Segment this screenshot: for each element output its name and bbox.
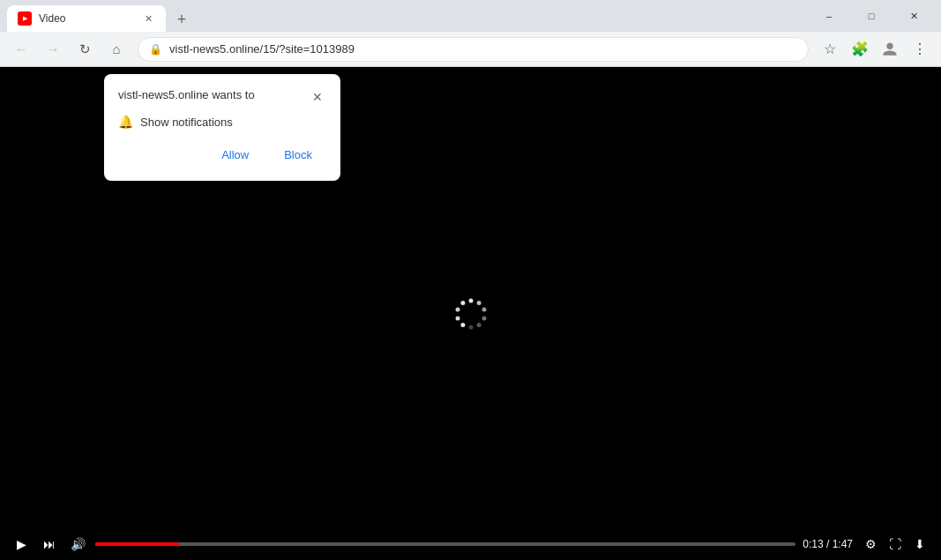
bell-icon: 🔔 [118,115,133,129]
tab-close-button[interactable]: ✕ [141,11,155,26]
block-button[interactable]: Block [270,143,326,167]
right-controls: ⚙ ⛶ ⬇ [860,534,930,555]
lock-icon: 🔒 [149,43,162,56]
tab-title: Video [39,12,134,25]
permission-text: Show notifications [140,116,233,129]
svg-point-5 [468,325,473,329]
progress-bar[interactable] [95,542,795,546]
toolbar: ← → ↻ ⌂ 🔒 vistl-news5.online/15/?site=10… [0,32,941,67]
menu-button[interactable]: ⋮ [906,35,934,63]
svg-point-2 [482,307,486,311]
download-button[interactable]: ⬇ [909,534,930,555]
new-tab-button[interactable]: + [169,7,194,32]
svg-point-7 [455,316,459,320]
close-button[interactable]: ✕ [893,2,934,30]
toolbar-actions: ☆ 🧩 ⋮ [816,35,934,63]
active-tab[interactable]: Video ✕ [7,5,166,32]
svg-point-4 [476,322,481,326]
profile-button[interactable] [876,35,904,63]
popup-permission-row: 🔔 Show notifications [118,115,326,129]
svg-point-9 [460,301,465,305]
popup-actions: Allow Block [118,143,326,167]
forward-button[interactable]: → [39,35,67,63]
maximize-button[interactable]: □ [851,2,892,30]
home-button[interactable]: ⌂ [102,35,131,63]
tab-favicon [18,11,32,26]
notification-popup: vistl-news5.online wants to ✕ 🔔 Show not… [104,74,340,181]
back-button[interactable]: ← [7,35,35,63]
progress-fill [95,542,179,546]
svg-point-1 [476,301,481,305]
svg-point-8 [455,307,459,311]
bookmark-button[interactable]: ☆ [816,35,844,63]
window-controls: – □ ✕ [809,2,934,30]
popup-header: vistl-news5.online wants to ✕ [118,88,326,106]
volume-button[interactable]: 🔊 [67,534,88,555]
url-display: vistl-news5.online/15/?site=1013989 [169,42,355,56]
svg-point-3 [482,316,486,320]
address-bar[interactable]: 🔒 vistl-news5.online/15/?site=1013989 [138,37,809,62]
loading-spinner [453,296,489,332]
video-controls: ▶ ⏭ 🔊 0:13 / 1:47 ⚙ ⛶ ⬇ [0,528,941,560]
skip-button[interactable]: ⏭ [39,534,60,555]
browser-window: Video ✕ + – □ ✕ ← → ↻ ⌂ 🔒 vistl-news5.on… [0,0,941,560]
extensions-button[interactable]: 🧩 [846,35,874,63]
settings-button[interactable]: ⚙ [860,534,881,555]
content-area: vistl-news5.online wants to ✕ 🔔 Show not… [0,67,941,560]
time-display: 0:13 / 1:47 [803,538,853,550]
title-bar: Video ✕ + – □ ✕ [0,0,941,32]
svg-point-6 [460,322,465,326]
play-button[interactable]: ▶ [11,534,32,555]
popup-close-button[interactable]: ✕ [309,88,326,106]
tab-strip: Video ✕ + [7,0,805,32]
allow-button[interactable]: Allow [207,143,263,167]
reload-button[interactable]: ↻ [71,35,99,63]
fullscreen-button[interactable]: ⛶ [885,534,906,555]
popup-title: vistl-news5.online wants to [118,88,255,101]
svg-point-0 [468,298,473,302]
minimize-button[interactable]: – [809,2,849,30]
